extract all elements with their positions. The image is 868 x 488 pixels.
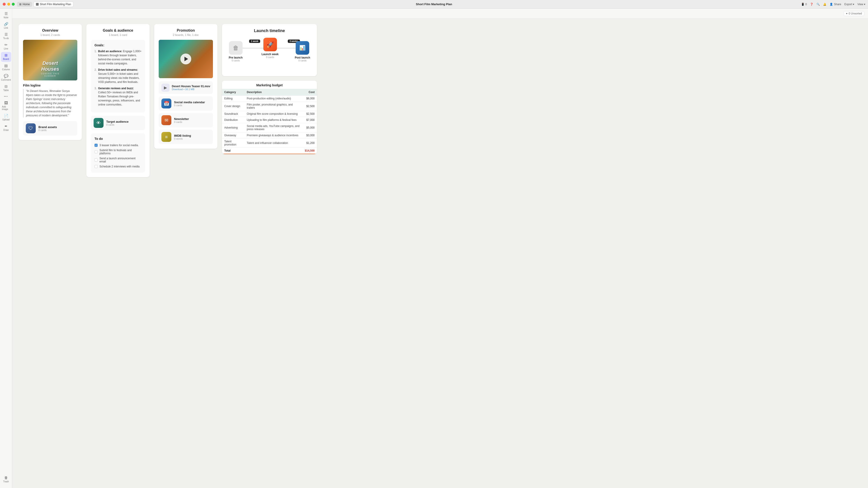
view-chevron-icon: ▾ (864, 3, 865, 6)
budget-cell-cost: $3,000 (303, 132, 317, 138)
launch-week-icon: 🚀 (264, 38, 277, 51)
view-button[interactable]: View ▾ (857, 3, 865, 6)
note-icon: ☰ (4, 12, 8, 15)
todo-checkbox-3[interactable] (94, 158, 98, 162)
launch-week-label: Launch week (261, 53, 278, 56)
budget-cell-cost: $7,000 (303, 117, 317, 123)
brand-assets-name: Brand assets (38, 125, 57, 129)
sidebar-item-more[interactable]: ••• (1, 94, 11, 99)
video-thumbnail[interactable] (159, 40, 213, 78)
search-icon[interactable]: 🔍 (816, 3, 820, 6)
budget-row: SoundtrackOriginal film score compositio… (222, 111, 317, 117)
budget-cell-cost: $2,500 (303, 102, 317, 111)
play-button[interactable] (180, 54, 191, 64)
target-audience-icon: 👁 (94, 118, 103, 128)
file-item: ▶ Desert Houses Teaser 01.mov Download •… (159, 81, 213, 94)
todo-section: To do ✓ 3 teaser trailers for social med… (91, 133, 145, 173)
more-icon: ••• (4, 95, 8, 98)
overview-card: Overview 1 board, 2 cards Desert Houses … (19, 24, 82, 140)
budget-row: Total$14,500 (222, 148, 317, 154)
sidebar-item-line[interactable]: ✏ Line (1, 41, 11, 52)
unsorted-badge[interactable]: ▾ 0 Unsorted (844, 11, 864, 16)
sidebar-item-note[interactable]: ☰ Note (1, 10, 11, 20)
budget-cell-cost: $1,200 (303, 138, 317, 148)
comment-icon: 💬 (4, 74, 8, 78)
sidebar-item-table[interactable]: ⊟ Table (1, 83, 11, 93)
newsletter-item[interactable]: ✉ Newsletter 0 cards (159, 113, 213, 127)
minimize-button[interactable] (7, 3, 10, 6)
target-audience-item[interactable]: 👁 Target audience 0 cards (91, 116, 145, 130)
todo-checkbox-4[interactable] (94, 165, 98, 168)
tab-bar: ⊞ Home Short Film Marketing Plan (17, 2, 73, 7)
export-button[interactable]: Export ▾ (844, 3, 855, 6)
tab-home[interactable]: ⊞ Home (17, 2, 32, 7)
todo-item-4[interactable]: Schedule 2 interviews with media (94, 164, 142, 169)
file-meta[interactable]: Download • 16.1 MB (172, 88, 210, 91)
todo-item-1[interactable]: ✓ 3 teaser trailers for social media. (94, 143, 142, 148)
imdb-item[interactable]: ≡ IMDB listing 0 words (159, 130, 213, 144)
draw-icon: ✒ (4, 125, 7, 128)
social-calendar-count: 0 cards (174, 104, 205, 107)
file-icon: ▶ (161, 84, 169, 92)
sidebar-item-link[interactable]: 🔗 Link (1, 21, 11, 31)
overview-title: Overview (23, 29, 77, 33)
post-launch-label: Post launch (295, 56, 310, 59)
newsletter-count: 0 cards (174, 121, 189, 123)
canvas-toolbar: ▾ 0 Unsorted (12, 8, 868, 19)
promotion-card: Promotion 2 boards, 1 file, 1 doc ▶ Dese… (154, 24, 217, 149)
sidebar-item-column[interactable]: ▤ Column (1, 62, 11, 72)
maximize-button[interactable] (12, 3, 15, 6)
post-launch-count: 0 cards (298, 59, 307, 62)
upload-icon: 📄 (4, 114, 8, 118)
sidebar-item-board[interactable]: ⊞ Board (1, 52, 11, 62)
post-launch-node: 📊 Post launch 0 cards (295, 41, 310, 62)
sidebar-item-todo[interactable]: ☰ To-do (1, 31, 11, 41)
goals-section: Goals: 1. Build an audience: Engage 1,00… (91, 40, 145, 112)
launch-week-node: 🚀 Launch week 0 cards (261, 38, 278, 59)
launch-week-count: 0 cards (266, 56, 274, 59)
budget-cell-cost: $2,500 (303, 111, 317, 117)
sidebar-item-comment[interactable]: 💬 Comment (1, 73, 11, 83)
app-layout: ☰ Note 🔗 Link ☰ To-do ✏ Line ⊞ Board ▤ C… (0, 8, 868, 488)
social-calendar-item[interactable]: 📅 Social media calendar 0 cards (159, 96, 213, 111)
budget-row: AdvertisingSocial media ads, YouTube cam… (222, 123, 317, 132)
sidebar-item-draw[interactable]: ✒ Draw (1, 123, 11, 133)
notification-icon[interactable]: 🔔 (823, 3, 827, 6)
file-name: Desert Houses Teaser 01.mov (172, 85, 210, 88)
imdb-icon: ≡ (161, 132, 171, 142)
table-icon: ⊟ (4, 85, 7, 88)
share-icon: 👤 (830, 3, 833, 6)
close-button[interactable] (3, 3, 6, 6)
todo-checkbox-1[interactable]: ✓ (94, 144, 98, 147)
budget-cell-description: Talent and influencer collaboration (245, 138, 303, 148)
sidebar-item-add-image[interactable]: 🖼 Add image (1, 100, 11, 112)
budget-cell-category: Soundtrack (222, 111, 245, 117)
budget-cell-description: Uploading to film platforms & festival f… (245, 117, 303, 123)
budget-table: Category Description Cost EditingPost-pr… (222, 89, 317, 154)
newsletter-name: Newsletter (174, 117, 189, 121)
budget-row: Cover designFilm poster, promotional gra… (222, 102, 317, 111)
budget-cell-cost: $6,000 (303, 96, 317, 102)
line-draw-icon: ✏ (4, 43, 7, 47)
tab-document[interactable]: Short Film Marketing Plan (33, 2, 73, 7)
goal-1: 1. Build an audience: Engage 1,000+ foll… (94, 49, 142, 66)
sidebar-item-upload[interactable]: 📄 Upload (1, 112, 11, 123)
budget-cell-category: Talent promotion (222, 138, 245, 148)
budget-cell-category: Cover design (222, 102, 245, 111)
brand-assets-item[interactable]: 🛡 Brand assets 0 cards (23, 121, 77, 135)
help-icon[interactable]: ❓ (810, 3, 813, 6)
budget-row: Talent promotionTalent and influencer co… (222, 138, 317, 148)
social-calendar-info: Social media calendar 0 cards (174, 101, 205, 107)
timeline-area: 🗑 Pre launch 0 cards 1 week 🚀 Launch wee… (226, 38, 312, 67)
imdb-count: 0 words (174, 137, 191, 140)
sidebar-item-trash[interactable]: 🗑 Trash (1, 475, 11, 484)
window-title: Short Film Marketing Plan (416, 2, 452, 6)
todo-checkbox-2[interactable] (94, 150, 98, 153)
launch-title: Launch timeline (226, 29, 312, 33)
sidebar: ☰ Note 🔗 Link ☰ To-do ✏ Line ⊞ Board ▤ C… (0, 8, 12, 488)
goals-subtitle: 1 board, 1 card (91, 33, 145, 37)
todo-item-2[interactable]: Submit film to festivals and platforms (94, 148, 142, 156)
todo-item-3[interactable]: Send a launch announcement email (94, 156, 142, 164)
todo-header: To do (94, 137, 142, 140)
share-button[interactable]: 👤 Share (830, 3, 841, 6)
